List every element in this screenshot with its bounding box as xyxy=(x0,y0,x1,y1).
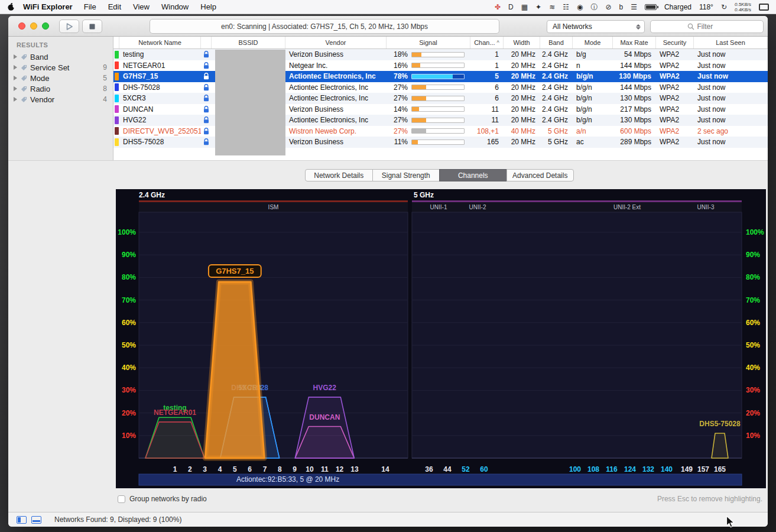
disclosure-triangle-icon[interactable] xyxy=(14,65,17,70)
menu-edit[interactable]: Edit xyxy=(102,2,127,11)
chart-options-bar: Group networks by radio Press Esc to rem… xyxy=(8,488,768,512)
cell-rate: 217 Mbps xyxy=(613,104,656,115)
column-header-mode[interactable]: Mode xyxy=(573,37,613,48)
menu-window[interactable]: Window xyxy=(155,2,194,11)
signal-value: 27% xyxy=(387,94,408,102)
table-row-5xcr3[interactable]: 5XCR3Actiontec Electronics, Inc27%620 MH… xyxy=(113,93,768,104)
table-header-row: Network NameBSSIDVendorSignalChan...^Wid… xyxy=(113,37,768,49)
filter-input[interactable] xyxy=(697,22,727,31)
column-header-bssid[interactable]: BSSID xyxy=(212,37,285,48)
column-header-sec[interactable]: Security xyxy=(656,37,694,48)
tab-channels[interactable]: Channels xyxy=(439,169,507,181)
cell-mode: b/g/n xyxy=(573,82,613,93)
table-row-directv-wvb-25205151-[interactable]: DIRECTV_WVB_25205151...Wistron Neweb Cor… xyxy=(113,126,768,137)
menu-file[interactable]: File xyxy=(78,2,102,11)
sidebar-item-band[interactable]: Band xyxy=(8,51,113,62)
bartender-icon[interactable]: b xyxy=(619,4,624,11)
network-rate-monitor[interactable]: 0.5KB/s 0.4KB/s xyxy=(735,2,751,12)
cell-seen: Just now xyxy=(694,104,768,115)
sidebar-item-service-set[interactable]: Service Set9 xyxy=(8,62,113,73)
remove-highlighting-hint: Press Esc to remove highlighting. xyxy=(657,495,762,503)
table-row-hvg22[interactable]: HVG22Actiontec Electronics, Inc27%1120 M… xyxy=(113,115,768,126)
disclosure-triangle-icon[interactable] xyxy=(14,76,17,80)
signal-bar xyxy=(411,140,465,145)
cell-sec: WPA2 xyxy=(656,126,694,137)
menubar-menus: FileEditViewWindowHelp xyxy=(78,2,222,11)
column-header-name[interactable]: Network Name xyxy=(119,37,201,48)
column-header-vendor[interactable]: Vendor xyxy=(285,37,387,48)
tab-network-details[interactable]: Network Details xyxy=(305,169,373,181)
column-header-chan[interactable]: Chan...^ xyxy=(470,37,504,48)
spark-icon[interactable]: ✦ xyxy=(535,4,541,11)
docker-icon[interactable]: D xyxy=(508,4,514,11)
sidebar-view-toggle-icon[interactable] xyxy=(17,516,27,524)
display-icon[interactable] xyxy=(759,4,769,11)
apple-menu[interactable] xyxy=(7,2,15,11)
menu-view[interactable]: View xyxy=(127,2,155,11)
disclosure-triangle-icon[interactable] xyxy=(14,97,17,102)
sidebar-item-mode[interactable]: Mode5 xyxy=(8,73,113,83)
cell-name: DHS5-75028 xyxy=(119,137,201,148)
waves-icon[interactable]: ≋ xyxy=(549,4,555,11)
network-color-chip xyxy=(115,83,119,91)
svg-text:Actiontec:92:B5:33, 5 @ 20 MHz: Actiontec:92:B5:33, 5 @ 20 MHz xyxy=(236,475,339,484)
svg-text:2.4 GHz: 2.4 GHz xyxy=(139,191,165,199)
tag-icon xyxy=(21,54,27,60)
download-rate: 0.4KB/s xyxy=(735,7,751,12)
column-header-spacer xyxy=(201,37,212,48)
column-header-seen[interactable]: Last Seen xyxy=(694,37,768,48)
stop-scan-button[interactable] xyxy=(82,20,102,33)
minimize-window-button[interactable] xyxy=(30,22,37,30)
group-by-radio-label: Group networks by radio xyxy=(129,495,207,503)
stack-icon[interactable]: ☷ xyxy=(563,4,569,11)
signal-value: 27% xyxy=(387,127,408,135)
refresh-icon[interactable]: ↻ xyxy=(721,4,727,11)
column-header-rate[interactable]: Max Rate xyxy=(613,37,656,48)
tab-signal-strength[interactable]: Signal Strength xyxy=(372,169,440,181)
column-header-width[interactable]: Width xyxy=(504,37,540,48)
cell-band: 2.4 GHz xyxy=(540,93,573,104)
disclosure-triangle-icon[interactable] xyxy=(14,86,17,91)
cell-width: 20 MHz xyxy=(504,49,540,60)
zoom-window-button[interactable] xyxy=(42,22,49,30)
battery-status-label[interactable]: Charged xyxy=(664,3,691,11)
svg-text:40%: 40% xyxy=(122,364,136,372)
svg-text:20%: 20% xyxy=(746,409,760,417)
battery-icon[interactable] xyxy=(645,4,657,10)
start-scan-button[interactable] xyxy=(59,20,79,33)
table-row-duncan[interactable]: DUNCANVerizon Business14%1120 MHz2.4 GHz… xyxy=(113,104,768,115)
temperature-reading[interactable]: 118° xyxy=(699,3,713,11)
svg-text:UNII-2: UNII-2 xyxy=(469,204,486,210)
camera-icon[interactable]: ◉ xyxy=(577,4,583,11)
do-not-disturb-icon[interactable]: ⊘ xyxy=(605,4,611,11)
table-row-dhs-75028[interactable]: DHS-75028Actiontec Electronics, Inc27%62… xyxy=(113,82,768,93)
filter-search-field[interactable] xyxy=(650,20,764,33)
info-icon[interactable]: ⓘ xyxy=(590,4,598,11)
window-grid-icon[interactable]: ▦ xyxy=(521,4,528,11)
tab-advanced-details[interactable]: Advanced Details xyxy=(506,169,574,181)
play-icon xyxy=(66,23,73,30)
column-header-signal[interactable]: Signal xyxy=(387,37,470,48)
close-window-button[interactable] xyxy=(18,22,25,30)
table-row-dhs5-75028[interactable]: DHS5-75028Verizon Business11%16520 MHz5 … xyxy=(113,137,768,148)
table-row-testing[interactable]: testingVerizon Business18%120 MHz2.4 GHz… xyxy=(113,49,768,60)
sidebar-item-radio[interactable]: Radio8 xyxy=(8,83,113,94)
cell-mode: a/n xyxy=(573,126,613,137)
channels-chart[interactable]: 2.4 GHz5 GHzISMUNII-1UNII-2UNII-2 ExtUNI… xyxy=(116,189,766,488)
table-row-netgear01[interactable]: NETGEAR01Netgear Inc.16%120 MHz2.4 GHzn1… xyxy=(113,60,768,72)
table-row-g7hs7-15[interactable]: G7HS7_15Actiontec Electronics, Inc78%520… xyxy=(113,71,768,82)
split-view-toggle-icon[interactable] xyxy=(31,516,41,524)
sidebar-item-label: Mode xyxy=(30,74,50,83)
cell-chipbox xyxy=(113,60,119,72)
group-by-radio-checkbox[interactable] xyxy=(118,495,125,503)
column-header-band[interactable]: Band xyxy=(540,37,573,48)
sidebar-item-vendor[interactable]: Vendor4 xyxy=(8,94,113,105)
network-scope-dropdown[interactable]: All Networks xyxy=(547,20,645,33)
menubar-app-name[interactable]: WiFi Explorer xyxy=(18,2,78,11)
menu-help[interactable]: Help xyxy=(194,2,222,11)
disclosure-triangle-icon[interactable] xyxy=(14,54,17,59)
network-color-chip xyxy=(115,116,119,124)
pinwheel-icon[interactable]: ✤ xyxy=(495,4,501,11)
menu-lines-icon[interactable]: ☰ xyxy=(631,4,637,11)
sidebar-item-label: Service Set xyxy=(30,63,69,72)
